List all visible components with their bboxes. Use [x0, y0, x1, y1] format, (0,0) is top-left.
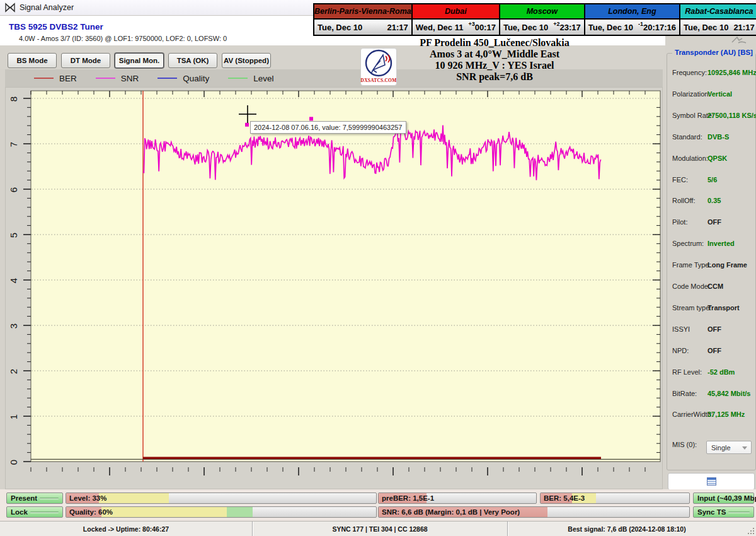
transponder-row: Polarization:Vertical — [667, 90, 755, 100]
clock-time-row: Tue, Dec 1021:17 — [680, 20, 756, 35]
svg-text:0: 0 — [8, 460, 19, 465]
transponder-row: RF Level:-52 dBm — [667, 368, 755, 378]
clock-city-label: Rabat-Casablanca — [680, 4, 756, 20]
ts-tool-button[interactable] — [668, 473, 755, 490]
clock-column-3: MoscowTue, Dec 10+223:17 — [499, 4, 584, 35]
mode-button-bs-mode[interactable]: BS Mode — [8, 53, 57, 68]
svg-text:5: 5 — [8, 233, 19, 238]
meter-snr: SNR: 6,6 dB (Margin: 0,1 dB | Very Poor) — [378, 506, 690, 518]
badge-label: Sync TS — [697, 508, 726, 516]
badge-label: Present — [11, 494, 37, 502]
transponder-row: Standard:DVB-S — [667, 133, 755, 143]
badge-label: Lock — [11, 508, 28, 516]
transponder-row-label: Polarization: — [672, 90, 711, 98]
resize-grip[interactable] — [746, 521, 756, 536]
clock-time-row: Tue, Dec 1021:17 — [314, 20, 411, 35]
transponder-row-value: 45,842 Mbit/s — [707, 390, 750, 397]
transponder-row: FEC:5/6 — [667, 176, 755, 186]
annotation-line-3: 10 926 MHz_V : YES Israel — [369, 60, 621, 71]
transponder-row-value: 0.35 — [707, 197, 721, 204]
transponder-row-value: Vertical — [707, 90, 732, 98]
transponder-row-value: OFF — [707, 347, 721, 354]
dxsatcs-logo: DXSATCS.COM — [360, 48, 397, 86]
mode-button-av-stopped[interactable]: AV (Stopped) — [222, 53, 271, 68]
annotation-line-2: Amos 3 at 4,0°W_Middle East — [369, 49, 621, 60]
badge-label: Input (~40,39 Mbps) — [697, 494, 756, 502]
transponder-row-value: Long Frame — [707, 261, 747, 269]
signal-meters-area: PresentLevel: 33%preBER: 1,5E-1BER: 5,4E… — [0, 489, 756, 521]
transponder-row: Frame Type:Long Frame — [667, 261, 755, 271]
transponder-row-label: Pilot: — [672, 218, 687, 226]
transponder-panel-title: Transponder (AU) [BS] — [672, 49, 755, 56]
svg-text:3: 3 — [8, 323, 19, 329]
transponder-row-value: 27500,118 KS/s — [707, 112, 756, 119]
list-icon — [707, 477, 716, 486]
legend-item-ber: BER — [34, 74, 77, 83]
transponder-row-label: Spectrum: — [672, 240, 704, 247]
meter-label: Level: 33% — [69, 494, 106, 502]
transponder-row: Frequency:10925,846 MHz — [667, 69, 755, 79]
svg-text:1: 1 — [8, 414, 19, 419]
transponder-row-value: 10925,846 MHz — [707, 69, 756, 76]
status-badge-sync-ts: Sync TS — [693, 506, 754, 518]
clock-column-4: London, EngTue, Dec 10-120:17:16 — [584, 4, 679, 35]
clock-time: 21:17 — [387, 23, 408, 32]
legend-line-icon — [158, 78, 177, 79]
clock-time-row: Tue, Dec 10+223:17 — [500, 20, 584, 35]
clock-utc-offset: -1 — [638, 20, 643, 27]
svg-text:6: 6 — [8, 187, 19, 192]
mode-button-signal-mon[interactable]: Signal Mon. — [115, 53, 164, 68]
transponder-row-label: Standard: — [672, 133, 702, 141]
legend-item-level: Level — [228, 74, 273, 83]
clock-utc-offset: +3 — [468, 20, 474, 27]
transponder-panel: Transponder (AU) [BS] Frequency:10925,84… — [667, 53, 756, 470]
svg-text:4: 4 — [8, 278, 19, 283]
legend-item-snr: SNR — [96, 74, 139, 83]
transponder-row-label: RollOff: — [672, 197, 695, 204]
legend-label: SNR — [121, 74, 139, 83]
clock-date: Wed, Dec 11 — [416, 23, 464, 32]
svg-text:8: 8 — [8, 96, 19, 102]
clock-city-label: Moscow — [500, 4, 584, 20]
legend-line-icon — [34, 78, 54, 79]
transponder-row: RollOff:0.35 — [667, 197, 755, 207]
signal-chart-panel[interactable]: 012345678 — [5, 87, 663, 489]
annotation-line-4: SNR peak=7,6 dB — [369, 71, 621, 83]
tuner-details: 4.0W - Amos 3/7 (ID: 3560) @ LOF1: 97500… — [19, 35, 227, 42]
transponder-row-value: 37,125 MHz — [707, 411, 745, 418]
status-lock-uptime: Locked -> Uptime: 80:46:27 — [0, 521, 252, 536]
mode-button-bar: BS ModeDT ModeSignal Mon.TSA (OK)AV (Sto… — [8, 53, 271, 68]
meter-label: BER: 5,4E-3 — [544, 494, 585, 502]
transponder-row-label: Frame Type: — [672, 261, 711, 269]
signal-chart: 012345678 — [6, 88, 662, 489]
transponder-row-value: -52 dBm — [707, 368, 735, 376]
clock-time-row: Wed, Dec 11+300:17 — [413, 20, 499, 35]
status-bar: Locked -> Uptime: 80:46:27 SYNC 177 | TE… — [0, 521, 756, 536]
transponder-row: BitRate:45,842 Mbit/s — [667, 390, 755, 400]
clock-city-label: Dubai — [413, 4, 499, 20]
mode-button-tsa-ok[interactable]: TSA (OK) — [168, 53, 217, 68]
mis-row: MIS (0):Single — [667, 441, 755, 451]
transponder-row-label: NPD: — [672, 347, 689, 354]
svg-text:2: 2 — [8, 369, 19, 374]
transponder-row-label: Frequency: — [672, 69, 707, 76]
transponder-row-value: QPSK — [707, 154, 727, 162]
clock-column-1: Berlin-Paris-Vienna-RomaTue, Dec 1021:17 — [314, 4, 411, 35]
clock-time: 21:17 — [733, 23, 754, 32]
mis-select[interactable]: Single — [706, 441, 752, 454]
status-badge-present: Present — [6, 492, 63, 504]
mode-button-dt-mode[interactable]: DT Mode — [61, 53, 110, 68]
transponder-row-value: DVB-S — [707, 133, 729, 141]
transponder-row-value: OFF — [707, 325, 721, 333]
clock-city-label: London, Eng — [585, 4, 679, 20]
transponder-row: ISSYIOFF — [667, 325, 755, 335]
transponder-row-label: BitRate: — [672, 390, 697, 397]
transponder-row-label: FEC: — [672, 176, 688, 184]
mis-label: MIS (0): — [672, 441, 697, 448]
meter-label: preBER: 1,5E-1 — [382, 494, 434, 502]
clock-column-5: Rabat-CasablancaTue, Dec 1021:17 — [679, 4, 756, 35]
clock-date: Tue, Dec 10 — [503, 23, 548, 32]
clock-date: Tue, Dec 10 — [684, 23, 728, 32]
chevron-down-icon — [742, 446, 747, 450]
clock-city-label: Berlin-Paris-Vienna-Roma — [314, 4, 411, 20]
